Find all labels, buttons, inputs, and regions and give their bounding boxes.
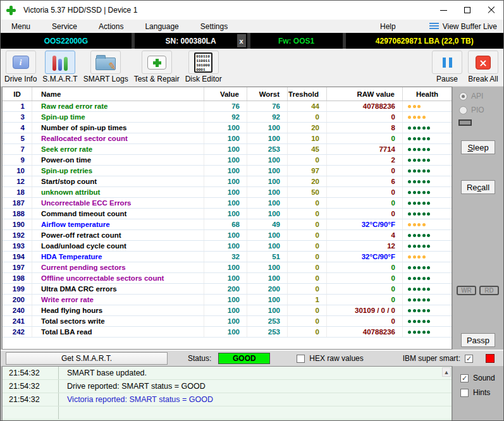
cell-name: Total LBA read	[32, 327, 204, 337]
table-row[interactable]: 240Head flying hours100100030109 / 0 / 0	[3, 305, 452, 316]
serial-close-button[interactable]: x	[237, 34, 246, 47]
break-all-button[interactable]: Break All	[468, 51, 498, 83]
health-dot	[408, 148, 411, 151]
cell-id: 9	[3, 155, 32, 165]
health-dot	[417, 234, 421, 237]
table-row[interactable]: 1Raw read error rate76764440788236	[3, 101, 452, 112]
menu-item-service[interactable]: Service	[41, 22, 88, 31]
disk-editor-button[interactable]: 010110 110011 101000 0001 Disk Editor	[185, 51, 222, 83]
sound-checkbox[interactable]: Sound	[460, 374, 503, 382]
api-radio-circle	[459, 92, 467, 101]
cell-health	[403, 230, 452, 240]
hints-checkbox[interactable]: Hints	[460, 388, 503, 397]
hex-raw-values-checkbox[interactable]: HEX raw values	[297, 354, 363, 363]
status-badge: GOOD	[218, 353, 270, 364]
cell-worst: 92	[247, 112, 288, 122]
passp-button[interactable]: Passp	[461, 333, 495, 347]
table-row[interactable]: 9Power-on time10010002	[3, 155, 452, 166]
health-dot	[413, 169, 416, 173]
table-row[interactable]: 188Command timeout count10010000	[3, 209, 452, 219]
wr-button[interactable]: WR	[457, 286, 476, 295]
menu-item-menu[interactable]: Menu	[1, 22, 41, 31]
health-dot	[413, 159, 416, 162]
smart-logs-button[interactable]: ✎ SMART Logs	[83, 51, 128, 83]
log-entries: 21:54:32SMART base updated.21:54:32Drive…	[3, 367, 452, 420]
table-row[interactable]: 10Spin-up retries100100970	[3, 166, 452, 176]
cell-id: 199	[3, 284, 32, 294]
table-row[interactable]: 242Total LBA read100253040788236	[3, 327, 452, 338]
minimize-button[interactable]	[431, 1, 455, 20]
table-row[interactable]: 192Power-off retract count10010004	[3, 230, 452, 241]
close-icon	[488, 6, 495, 14]
table-row[interactable]: 199Ultra DMA CRC errors20020000	[3, 284, 452, 295]
info-bubble-icon: i	[13, 56, 29, 69]
table-row[interactable]: 200Write error rate10010010	[3, 295, 452, 305]
log-scroll-up-button[interactable]: ▲	[442, 367, 451, 377]
get-smart-button[interactable]: Get S.M.A.R.T.	[6, 352, 168, 365]
table-row[interactable]: 187Uncorrectable ECC Errors10010000	[3, 198, 452, 209]
maximize-button[interactable]	[455, 1, 479, 20]
cell-raw-value: 0	[327, 284, 403, 294]
pause-button[interactable]: Pause	[432, 51, 462, 83]
health-dot	[417, 298, 421, 302]
menu-item-settings[interactable]: Settings	[190, 22, 238, 31]
cell-name: Number of spin-up times	[32, 123, 204, 133]
drive-info-button[interactable]: i Drive Info	[4, 51, 37, 83]
table-row[interactable]: 7Seek error rate100253457714	[3, 144, 452, 155]
health-dot	[427, 137, 430, 140]
health-dot	[417, 288, 421, 291]
health-dot	[417, 137, 421, 140]
cell-value: 100	[204, 230, 247, 240]
cell-worst: 100	[247, 295, 288, 305]
sleep-button[interactable]: Sleep	[461, 140, 495, 154]
smart-button[interactable]: S.M.A.R.T	[42, 51, 77, 83]
close-button[interactable]	[479, 1, 503, 20]
device-serial-segment: SN: 000380LA x	[132, 33, 247, 49]
table-row[interactable]: 194HDA Temperature3251032°C/90°F	[3, 252, 452, 262]
menu-item-actions[interactable]: Actions	[88, 22, 134, 31]
smart-table-body: 1Raw read error rate767644407882363Spin-…	[3, 101, 452, 338]
table-row[interactable]: 12Start/stop count100100206	[3, 176, 452, 187]
log-side-panel: Sound Hints	[452, 366, 503, 421]
api-radio[interactable]: API	[459, 92, 483, 101]
buffer-list-icon	[429, 23, 439, 30]
health-dot	[422, 255, 426, 259]
cell-health	[403, 252, 452, 262]
table-row[interactable]: 190Airflow temperature6849032°C/90°F	[3, 219, 452, 230]
test-repair-button[interactable]: Test & Repair	[134, 51, 180, 83]
table-row[interactable]: 241Total sectors write10025300	[3, 316, 452, 327]
recall-button[interactable]: Recall	[461, 180, 495, 194]
cell-health	[403, 241, 452, 251]
rd-button[interactable]: RD	[479, 286, 499, 295]
cell-id: 194	[3, 252, 32, 262]
health-dot	[422, 191, 426, 194]
cell-health	[403, 295, 452, 305]
table-row[interactable]: 18unknown attribut100100500	[3, 187, 452, 198]
health-dot	[417, 255, 421, 259]
cell-name: Command timeout count	[32, 209, 204, 219]
menu-item-help[interactable]: Help	[369, 22, 407, 31]
cell-name: Spin-up time	[32, 112, 204, 122]
ibm-super-smart-checkbox[interactable]: IBM super smart:	[403, 354, 473, 363]
table-row[interactable]: 5Reallocated sector count100100100	[3, 133, 452, 144]
pause-icon	[441, 58, 453, 68]
table-row[interactable]: 197Current pending sectors10010000	[3, 262, 452, 273]
table-row[interactable]: 4Number of spin-up times100100208	[3, 123, 452, 133]
health-dot	[408, 266, 411, 269]
table-row[interactable]: 198Offline uncorrectable sectors count10…	[3, 273, 452, 284]
activity-led	[458, 119, 472, 126]
pio-radio[interactable]: PIO	[459, 106, 484, 114]
cell-worst: 100	[247, 176, 288, 186]
view-buffer-live-button[interactable]: View Buffer Live	[429, 22, 497, 31]
health-dot	[427, 266, 430, 269]
table-row[interactable]: 3Spin-up time929200	[3, 112, 452, 123]
health-dot	[413, 255, 416, 259]
cell-id: 18	[3, 187, 32, 197]
cell-value: 100	[204, 176, 247, 186]
health-dot	[408, 116, 411, 119]
health-dot	[413, 234, 416, 237]
table-row[interactable]: 193Load/unload cycle count100100012	[3, 241, 452, 252]
health-dot	[408, 126, 411, 130]
health-dot	[408, 159, 411, 162]
menu-item-language[interactable]: Language	[134, 22, 189, 31]
